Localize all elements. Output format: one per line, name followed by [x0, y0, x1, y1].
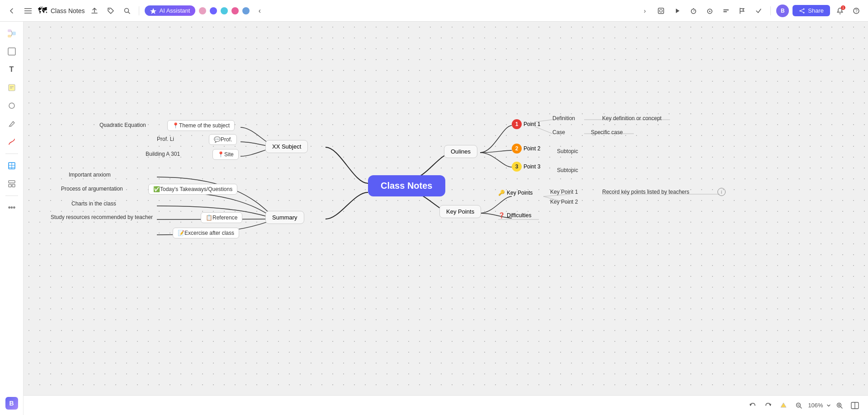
sidebar-pen-icon[interactable]: [4, 116, 20, 132]
zoom-out-button[interactable]: [793, 400, 805, 411]
canvas-inner: Class Notes XX Subject Quadratic Equatio…: [24, 22, 868, 415]
point2-row: 2 Point 2: [512, 144, 540, 154]
alarm-button[interactable]: [703, 5, 716, 17]
divider-right: [770, 6, 771, 15]
undo-button[interactable]: [747, 400, 759, 411]
exercise-tag: 📝Excercise after class: [173, 228, 239, 238]
prof-tag: 💬Prof.: [209, 134, 237, 145]
play-button[interactable]: [671, 5, 684, 17]
user-avatar-button[interactable]: B: [776, 5, 789, 17]
member-dot-2: [210, 7, 217, 14]
point1-circle: 1: [512, 119, 522, 129]
svg-rect-41: [12, 184, 15, 187]
sidebar-brand-icon[interactable]: B: [4, 395, 20, 411]
point2-subtopic: Subtopic: [557, 148, 578, 154]
import-button[interactable]: [655, 5, 667, 17]
notification-button[interactable]: 1: [834, 5, 846, 17]
collapse-toolbar-button[interactable]: ‹: [253, 5, 266, 17]
sidebar-table-icon[interactable]: [4, 158, 20, 174]
info-icon[interactable]: i: [717, 188, 726, 196]
point2-circle: 2: [512, 144, 522, 154]
zoom-level: 106%: [807, 402, 824, 409]
split-view-button[interactable]: [849, 400, 861, 411]
ai-assistant-button[interactable]: AI Assistant: [145, 5, 195, 16]
svg-line-20: [801, 9, 803, 10]
svg-line-56: [800, 406, 802, 408]
highlight-button[interactable]: [778, 400, 789, 411]
sidebar-frame-icon[interactable]: [4, 43, 20, 60]
sidebar-divider-1: [5, 154, 18, 154]
timer-button[interactable]: [687, 5, 700, 17]
canvas[interactable]: Class Notes XX Subject Quadratic Equatio…: [24, 22, 868, 415]
point3-circle: 3: [512, 162, 522, 172]
svg-line-12: [693, 10, 694, 11]
redo-button[interactable]: [762, 400, 774, 411]
difficulties-label-row: ❓ Difficulties: [498, 212, 531, 219]
svg-rect-25: [8, 35, 11, 37]
upload-button[interactable]: [88, 5, 101, 17]
sidebar-text-icon[interactable]: T: [4, 61, 20, 78]
case-val: Specific case: [591, 129, 623, 135]
definition-label: Definition: [552, 115, 575, 121]
quadratic-label: Quadratic Equation: [99, 122, 146, 128]
key-points-node[interactable]: Key Points: [439, 205, 481, 218]
back-button[interactable]: [5, 5, 18, 17]
app-icon: 🗺: [38, 5, 47, 16]
sidebar-connector-icon[interactable]: [4, 134, 20, 150]
kp1-desc: Record key points listed by teachers: [602, 189, 689, 195]
sidebar-template-icon[interactable]: [4, 176, 20, 192]
svg-rect-30: [9, 84, 15, 91]
svg-rect-7: [658, 8, 664, 14]
prof-label: Prof. Li: [157, 136, 174, 142]
zoom-in-button[interactable]: [834, 400, 845, 411]
search-button[interactable]: [121, 5, 133, 17]
menu-button[interactable]: [22, 5, 34, 17]
sidebar-shape-icon[interactable]: [4, 98, 20, 114]
point3-row: 3 Point 3: [512, 162, 540, 172]
flag-button[interactable]: [736, 5, 749, 17]
takeaways-tag: ✅Today's Takeaways/Questions: [148, 184, 237, 195]
svg-point-17: [800, 10, 801, 11]
expand-button[interactable]: ›: [638, 5, 651, 17]
anxiom-label: Important anxiom: [69, 172, 111, 178]
key-points-icon: 🔑: [498, 190, 505, 196]
sidebar-sticky-icon[interactable]: [4, 79, 20, 96]
member-dot-4: [231, 7, 239, 14]
svg-point-8: [660, 9, 662, 12]
member-dot-1: [199, 7, 206, 14]
zoom-dropdown-icon: [826, 403, 831, 408]
format-button[interactable]: [720, 5, 732, 17]
xx-subject-node[interactable]: XX Subject: [265, 140, 308, 153]
svg-marker-6: [150, 8, 156, 14]
center-node[interactable]: Class Notes: [368, 175, 445, 196]
svg-rect-39: [9, 181, 15, 183]
share-button[interactable]: Share: [793, 5, 830, 16]
tag-button[interactable]: [104, 5, 117, 17]
bottom-toolbar: 106%: [24, 395, 868, 415]
point1-row: 1 Point 1: [512, 119, 540, 129]
svg-rect-26: [12, 32, 16, 35]
member-dot-5: [242, 7, 250, 14]
building-tag: 📍Site: [212, 149, 239, 160]
quadratic-tag: 📍Theme of the subject: [167, 120, 235, 131]
resources-label: Study resources recommended by teacher: [51, 214, 153, 220]
svg-point-33: [9, 103, 14, 108]
divider: [139, 6, 139, 15]
difficulties-line: [498, 219, 543, 220]
member-dot-3: [221, 7, 228, 14]
svg-point-3: [109, 9, 110, 10]
help-button[interactable]: ?: [850, 5, 863, 17]
svg-line-34: [9, 126, 9, 127]
svg-line-5: [128, 12, 130, 14]
case-label: Case: [552, 129, 565, 135]
svg-line-59: [841, 406, 843, 408]
more-button[interactable]: [752, 5, 765, 17]
sidebar-more-icon[interactable]: •••: [4, 200, 20, 216]
summary-node[interactable]: Summary: [265, 211, 304, 224]
definition-val: Key definition or concept: [602, 115, 661, 121]
left-sidebar: T: [0, 22, 24, 415]
charts-label: Charts in the class: [71, 201, 116, 207]
svg-line-21: [801, 11, 803, 12]
sidebar-mindmap-icon[interactable]: [4, 25, 20, 42]
outlines-node[interactable]: Oulines: [444, 145, 477, 158]
